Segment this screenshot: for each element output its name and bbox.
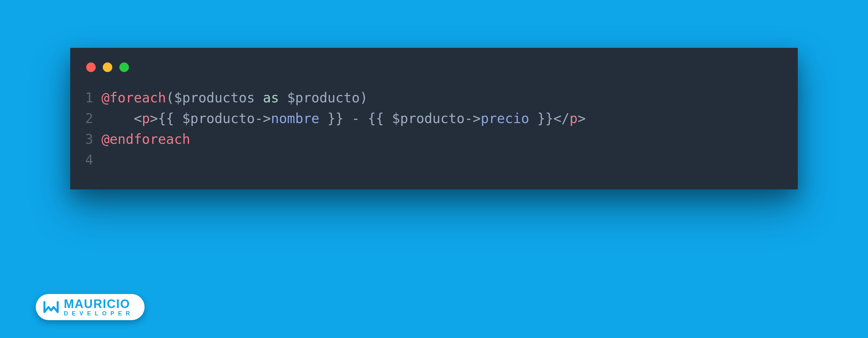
close-icon[interactable] [86,63,96,72]
brand-subtitle: DEVELOPER [64,311,134,316]
code-token: < [134,111,142,126]
code-window: 1@foreach($productos as $producto)2<p>{{… [70,48,798,190]
page-stage: 1@foreach($productos as $producto)2<p>{{… [0,0,868,338]
code-line: 3@endforeach [85,129,783,149]
brand-name: MAURICIO [64,298,134,310]
code-token: @endforeach [101,131,190,147]
code-line: 1@foreach($productos as $producto) [85,88,783,108]
code-content: <p>{{ $producto->nombre }} - {{ $product… [101,108,783,129]
brand-logo-icon [43,299,59,315]
code-content: @foreach($productos as $producto) [101,88,783,108]
minimize-icon[interactable] [103,63,112,72]
code-token: </ [553,111,569,126]
code-content [101,149,783,170]
line-number: 1 [85,88,101,108]
code-token: -> [255,111,271,126]
code-area: 1@foreach($productos as $producto)2<p>{{… [85,88,783,170]
code-token: }} [529,111,553,126]
code-token: ) [360,90,368,106]
code-token: -> [465,111,481,126]
code-token: precio [481,111,529,126]
code-token: $producto [392,111,465,126]
code-line: 4 [85,149,783,170]
brand-badge: MAURICIO DEVELOPER [36,294,145,320]
code-token: > [150,111,158,126]
code-token: p [142,111,150,126]
line-number: 2 [85,108,101,129]
brand-text: MAURICIO DEVELOPER [64,298,134,316]
code-token: - [344,111,368,126]
code-token: $producto [182,111,255,126]
code-token: }} [319,111,344,126]
window-titlebar [85,59,783,88]
code-content: @endforeach [101,129,783,149]
code-token: ( [166,90,174,106]
line-number: 4 [85,149,101,170]
code-token: {{ [368,111,392,126]
code-token: {{ [158,111,182,126]
code-token: @foreach [101,90,166,106]
code-line: 2<p>{{ $producto->nombre }} - {{ $produc… [85,108,783,129]
code-token: $productos [174,90,255,106]
code-token: as [255,90,287,106]
zoom-icon[interactable] [119,63,129,72]
code-token: > [578,111,586,126]
code-token: p [569,111,578,126]
code-token: nombre [271,111,319,126]
line-number: 3 [85,129,101,149]
code-token: $producto [287,90,360,106]
